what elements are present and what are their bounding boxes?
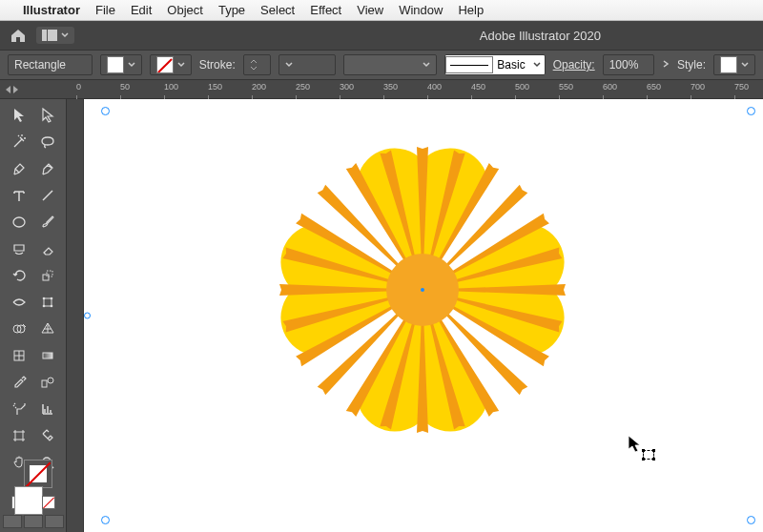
opacity-label[interactable]: Opacity: <box>553 58 595 72</box>
workspace-switcher[interactable] <box>36 27 74 44</box>
ruler-tick: 550 <box>559 82 573 92</box>
center-anchor-icon[interactable] <box>421 288 424 292</box>
canvas[interactable] <box>67 99 763 532</box>
style-icon <box>720 56 737 73</box>
ruler-origin[interactable] <box>0 80 67 98</box>
none-color-icon[interactable] <box>42 496 55 509</box>
ruler-tick: 750 <box>734 82 749 92</box>
gradient-tool[interactable] <box>33 343 62 368</box>
menu-effect[interactable]: Effect <box>310 3 341 17</box>
ruler-tick: 500 <box>515 82 529 92</box>
home-icon[interactable] <box>10 28 27 43</box>
screen-mode-icon[interactable] <box>45 515 64 528</box>
menu-type[interactable]: Type <box>218 3 245 17</box>
selection-handle[interactable] <box>747 516 755 524</box>
brush-tool[interactable] <box>33 210 62 235</box>
ruler-tick: 650 <box>647 82 661 92</box>
expand-icon[interactable] <box>662 58 670 72</box>
svg-rect-1 <box>48 30 57 41</box>
svg-rect-14 <box>42 380 47 387</box>
rotate-tool[interactable] <box>5 263 33 288</box>
eraser-tool[interactable] <box>33 236 62 261</box>
selection-handle[interactable] <box>101 516 110 524</box>
magic-wand-tool[interactable] <box>5 130 33 154</box>
ruler-tick: 200 <box>252 82 266 92</box>
fill-stroke-control[interactable] <box>12 484 54 490</box>
stroke-swatch[interactable] <box>150 54 192 75</box>
blend-tool[interactable] <box>33 370 62 395</box>
lasso-tool[interactable] <box>33 130 62 154</box>
selection-handle[interactable] <box>101 107 110 115</box>
mesh-tool[interactable] <box>5 343 33 368</box>
svg-point-2 <box>13 217 25 227</box>
graph-tool[interactable] <box>33 397 62 421</box>
menu-select[interactable]: Select <box>260 3 295 17</box>
variable-width-profile[interactable] <box>278 54 335 75</box>
direct-selection-tool[interactable] <box>33 103 62 128</box>
ruler-tick: 0 <box>76 82 81 92</box>
mac-app-name[interactable]: Illustrator <box>23 3 80 17</box>
brush-label: Basic <box>497 58 528 72</box>
curvature-tool[interactable] <box>33 156 62 181</box>
screen-mode-icon[interactable] <box>3 515 22 528</box>
slice-tool[interactable] <box>33 423 62 448</box>
app-header: Adobe Illustrator 2020 <box>0 21 763 50</box>
menu-window[interactable]: Window <box>399 3 443 17</box>
symbol-sprayer-tool[interactable] <box>5 397 33 421</box>
ruler-tick: 300 <box>340 82 354 92</box>
free-transform-tool[interactable] <box>33 290 62 315</box>
brush-definition[interactable] <box>343 54 438 75</box>
stroke-weight-field[interactable] <box>243 54 272 75</box>
artboard-tool[interactable] <box>5 423 33 448</box>
menu-help[interactable]: Help <box>458 3 484 17</box>
menu-edit[interactable]: Edit <box>131 3 152 17</box>
ruler-tick: 100 <box>164 82 178 92</box>
style-swatch[interactable] <box>713 54 755 75</box>
selection-tool[interactable] <box>5 103 33 128</box>
shaper-tool[interactable] <box>5 236 33 261</box>
fill-swatch[interactable] <box>100 54 142 75</box>
ellipse-tool[interactable] <box>5 210 33 235</box>
artboard[interactable] <box>84 99 763 532</box>
app-title: Adobe Illustrator 2020 <box>480 29 601 43</box>
line-tool[interactable] <box>33 183 62 208</box>
svg-point-9 <box>50 305 52 308</box>
horizontal-ruler[interactable]: 0 50 100 150 200 250 300 350 400 450 500… <box>0 80 763 99</box>
selection-handle[interactable] <box>84 313 91 319</box>
shape-builder-tool[interactable] <box>5 317 33 341</box>
svg-rect-16 <box>15 432 23 440</box>
control-bar: Rectangle Stroke: Basic Opacity: 100% St… <box>0 50 763 80</box>
width-tool[interactable] <box>5 290 33 315</box>
menu-view[interactable]: View <box>357 3 383 17</box>
cursor-mode-icon <box>643 450 654 460</box>
svg-point-6 <box>42 297 45 300</box>
screen-mode-row <box>3 515 64 528</box>
selection-handle[interactable] <box>747 107 755 115</box>
vertical-ruler[interactable] <box>67 99 84 532</box>
svg-rect-13 <box>43 353 52 358</box>
stroke-label: Stroke: <box>199 58 236 72</box>
ruler-tick: 700 <box>691 82 705 92</box>
ruler-tick: 150 <box>208 82 222 92</box>
type-tool[interactable] <box>5 183 33 208</box>
fill-box-icon[interactable] <box>14 486 43 515</box>
brush-dropdown[interactable]: Basic <box>444 54 545 75</box>
stroke-box-icon[interactable] <box>24 460 52 488</box>
screen-mode-icon[interactable] <box>24 515 43 528</box>
ruler-tick: 250 <box>296 82 310 92</box>
ruler-tick: 50 <box>120 82 130 92</box>
ruler-tick: 400 <box>427 82 442 92</box>
brush-stroke-icon <box>445 56 493 73</box>
opacity-field[interactable]: 100% <box>603 54 654 75</box>
mac-menu-bar: Illustrator File Edit Object Type Select… <box>0 0 763 21</box>
object-type-display[interactable]: Rectangle <box>8 54 93 75</box>
menu-file[interactable]: File <box>95 3 115 17</box>
opacity-value: 100% <box>609 58 639 72</box>
pen-tool[interactable] <box>5 156 33 181</box>
menu-object[interactable]: Object <box>167 3 203 17</box>
svg-rect-0 <box>42 30 47 41</box>
perspective-tool[interactable] <box>33 317 62 341</box>
svg-rect-4 <box>47 271 52 276</box>
eyedropper-tool[interactable] <box>5 370 33 395</box>
scale-tool[interactable] <box>33 263 62 288</box>
